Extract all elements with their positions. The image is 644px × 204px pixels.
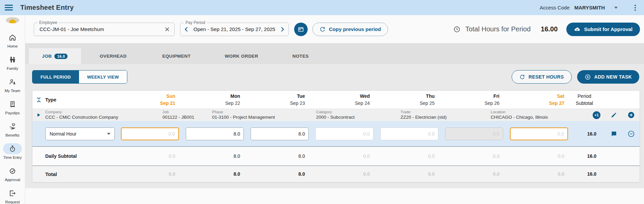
hour-input-tue[interactable] <box>251 127 309 140</box>
sidebar-item-home[interactable]: Home <box>0 32 25 48</box>
calendar-button[interactable] <box>294 23 308 36</box>
access-code-label: Access Code <box>540 5 569 10</box>
copy-previous-period-button[interactable]: Copy previous period <box>312 23 388 36</box>
sidebar-item-request[interactable]: Request <box>0 188 25 204</box>
day-header-sun: SunSep 21 <box>117 93 182 107</box>
home-icon <box>3 32 22 43</box>
check-circle-icon <box>3 166 22 176</box>
expand-task-icon[interactable] <box>32 113 45 117</box>
task-job: Job001122 - JB001 <box>162 110 212 120</box>
employee-field-label: Employee <box>37 20 59 25</box>
hour-entry-row: Normal Hour 16.0 <box>32 121 640 147</box>
comment-icon[interactable] <box>611 130 617 137</box>
sidebar-item-my-team[interactable]: My Team <box>0 77 25 93</box>
tab-notes[interactable]: NOTES <box>275 48 326 64</box>
timesheet-entry-screen: Timesheet Entry Access Code MARYSMITH Ho… <box>0 0 644 204</box>
copy-refresh-icon <box>319 26 326 32</box>
submit-for-approval-button[interactable]: Submit for Approval <box>566 23 640 36</box>
tab-work-order[interactable]: WORK ORDER <box>208 48 275 64</box>
cloud-upload-icon <box>574 26 581 33</box>
chevron-down-icon <box>107 133 110 135</box>
page-title: Timesheet Entry <box>20 4 74 11</box>
timesheet-tabs: JOB 16.0 OVERHEAD EQUIPMENT WORK ORDER N… <box>25 43 644 64</box>
tab-equipment[interactable]: EQUIPMENT <box>145 48 208 64</box>
weekly-view-toggle[interactable]: WEEKLY VIEW <box>79 70 127 83</box>
task-trade: TradeZZ20 - Electrician (std) <box>401 110 491 120</box>
stopwatch-icon <box>3 143 22 154</box>
calendar-icon <box>298 26 304 33</box>
reset-hours-button[interactable]: RESET HOURS <box>512 70 571 84</box>
sidebar-item-time-entry[interactable]: Time Entry <box>0 143 25 159</box>
period-subtotal-header: PeriodSubtotal <box>571 93 598 107</box>
access-code-selector[interactable]: Access Code MARYSMITH <box>540 5 618 10</box>
collapse-all-icon[interactable] <box>32 97 45 103</box>
bottom-background <box>25 188 644 204</box>
add-new-task-button[interactable]: ADD NEW TASK <box>577 70 639 84</box>
hour-input-sat[interactable] <box>510 127 568 140</box>
avatar[interactable] <box>6 17 19 23</box>
task-company: CompanyCCC - CMiC Construction Company <box>45 110 162 120</box>
top-app-bar: Timesheet Entry Access Code MARYSMITH <box>0 0 644 15</box>
request-icon <box>3 188 22 199</box>
total-hours-value: 16.00 <box>541 25 558 33</box>
employee-field[interactable]: Employee CCC-JM-01 - Joe Meetchum <box>34 23 175 36</box>
team-icon <box>3 77 22 87</box>
sidebar-item-approval[interactable]: Approval <box>0 166 25 182</box>
task-category: Category2000 - Subcontract <box>316 110 401 120</box>
more-options-icon[interactable] <box>631 4 639 12</box>
day-header-wed: WedSep 24 <box>311 93 376 107</box>
reset-icon <box>519 74 525 80</box>
tab-overhead[interactable]: OVERHEAD <box>81 48 145 64</box>
hour-type-select[interactable]: Normal Hour <box>45 127 115 140</box>
day-header-fri: FriSep 26 <box>441 93 506 107</box>
pay-period-value: Open - Sep 21, 2025 - Sep 27, 2025 <box>194 26 275 32</box>
row-period-subtotal: 16.0 <box>571 131 598 137</box>
hour-input-fri[interactable] <box>445 127 503 140</box>
clear-employee-icon[interactable] <box>164 26 170 32</box>
daily-subtotal-label: Daily Subtotal <box>45 153 117 159</box>
tab-job[interactable]: JOB 16.0 <box>29 48 81 64</box>
hour-input-thu[interactable] <box>380 127 438 140</box>
daily-subtotal-total: 16.0 <box>571 153 598 159</box>
job-hours-badge: 16.0 <box>54 54 68 59</box>
day-header-tue: TueSep 23 <box>247 93 311 107</box>
task-phase: Phase01-3100 - Project Management <box>212 110 316 120</box>
hour-input-wed[interactable] <box>315 127 373 140</box>
edit-task-icon[interactable] <box>611 112 617 118</box>
sidebar-item-benefits[interactable]: Benefits <box>0 121 25 137</box>
total-hours-label: Total Hours for Period <box>465 25 531 33</box>
view-toggle: FULL PERIOD WEEKLY VIEW <box>32 70 127 84</box>
task-location: LocationCHICAGO - Chicago, Illinois <box>491 110 582 120</box>
add-row-icon[interactable] <box>627 111 635 119</box>
more-fields-badge[interactable]: +1 <box>593 111 600 119</box>
full-period-toggle[interactable]: FULL PERIOD <box>32 70 79 83</box>
day-header-mon: MonSep 22 <box>182 93 247 107</box>
family-icon <box>3 54 22 65</box>
task-row: CompanyCCC - CMiC Construction Company J… <box>32 109 640 121</box>
next-period-icon[interactable] <box>280 27 285 32</box>
day-header-thu: ThuSep 25 <box>376 93 441 107</box>
job-tab-content: FULL PERIOD WEEKLY VIEW RESET HOURS ADD … <box>25 64 644 188</box>
employee-field-value: CCC-JM-01 - Joe Meetchum <box>40 26 164 32</box>
total-period-value: 16.0 <box>571 171 598 177</box>
type-column-header: Type <box>45 97 117 103</box>
previous-period-icon[interactable] <box>184 27 189 32</box>
pay-period-field: Pay Period Open - Sep 21, 2025 - Sep 27,… <box>180 23 289 36</box>
total-hours-summary: Total Hours for Period 16.00 <box>453 25 558 33</box>
sidebar-item-payslips[interactable]: Payslips <box>0 99 25 115</box>
sidebar: Home Family My Team Payslips Benefits Ti… <box>0 15 25 204</box>
chevron-down-icon <box>614 7 618 9</box>
sidebar-item-family[interactable]: Family <box>0 54 25 70</box>
total-label: Total <box>45 171 117 177</box>
remove-row-icon[interactable] <box>627 130 635 138</box>
hour-input-sun[interactable] <box>121 127 179 140</box>
day-header-sat: SatSep 27 <box>506 93 571 107</box>
menu-icon[interactable] <box>5 4 13 12</box>
access-code-value: MARYSMITH <box>574 5 605 10</box>
benefits-icon <box>3 121 22 132</box>
plus-circle-icon <box>585 74 591 80</box>
pay-period-field-label: Pay Period <box>184 20 207 25</box>
hour-input-mon[interactable] <box>186 127 244 140</box>
timesheet-toolbar: Employee CCC-JM-01 - Joe Meetchum Pay Pe… <box>25 15 644 43</box>
clock-icon <box>453 26 461 33</box>
